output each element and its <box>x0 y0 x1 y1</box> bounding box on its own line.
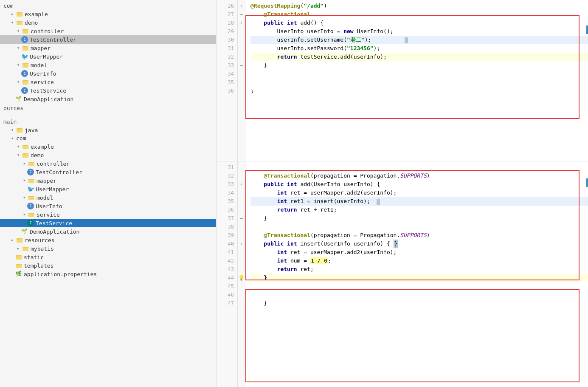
gutter-empty <box>238 197 245 206</box>
code-content-top[interactable]: @RequestMapping("/add") @Transactional p… <box>245 0 588 97</box>
tree-section-top: com ▸ example demo controller C TestCont… <box>0 2 216 103</box>
tree-item-resources[interactable]: ▸ resources <box>0 236 216 244</box>
spring-icon: 🌱 <box>21 228 28 235</box>
tree-label: UserInfo <box>36 203 62 209</box>
tree-item-com2[interactable]: com <box>0 134 216 142</box>
tree-label: DemoApplication <box>24 96 73 102</box>
svg-rect-11 <box>23 46 25 48</box>
tree-label: DemoApplication <box>30 229 79 235</box>
tree-item-demo-app2[interactable]: 🌱 DemoApplication <box>0 227 216 236</box>
code-line-31: userInfo.setPassword("123456"); <box>250 44 588 53</box>
svg-rect-32 <box>28 179 31 180</box>
chevron-icon <box>21 178 27 184</box>
tree-item-com[interactable]: com <box>0 2 216 10</box>
code-line-37b: } <box>250 214 588 223</box>
code-line-31b <box>250 163 588 172</box>
code-panel: 26 27 28 29 30 31 32 33 34 35 36 ▾ − ▾ − <box>217 0 588 387</box>
line-num: 33 <box>217 180 234 189</box>
tree-item-static[interactable]: static <box>0 253 216 261</box>
line-num: 26 <box>217 2 234 10</box>
tree-item-user-mapper[interactable]: 🐦 UserMapper <box>0 52 216 61</box>
code-line-36b: return ret + ret1; <box>250 206 588 214</box>
folder-icon <box>22 79 29 85</box>
folder-icon <box>22 245 29 252</box>
code-line-45b <box>250 282 588 291</box>
tree-item-test-service[interactable]: C TestService <box>0 219 216 227</box>
tree-item-test-service-top[interactable]: C TestService <box>0 86 216 95</box>
class-icon: C <box>21 70 28 77</box>
svg-rect-26 <box>23 153 25 155</box>
line-num: 32 <box>217 53 234 61</box>
tree-item-service[interactable]: service <box>0 78 216 86</box>
tree-item-demo[interactable]: demo <box>0 18 216 27</box>
code-line-32: return testService.add(userInfo); <box>250 53 588 61</box>
tree-item-model[interactable]: model <box>0 61 216 69</box>
tree-item-test-controller[interactable]: C TestController <box>0 35 216 44</box>
svg-rect-40 <box>17 239 23 243</box>
gutter-empty <box>238 248 245 257</box>
tree-item-example[interactable]: ▸ example <box>0 10 216 18</box>
code-line-39b: @Transactional(propagation = Propagation… <box>250 231 588 240</box>
class-icon: C <box>27 220 34 226</box>
line-num: 32 <box>217 172 234 180</box>
tree-item-controller[interactable]: controller <box>0 27 216 35</box>
line-num: 31 <box>217 44 234 53</box>
tree-item-app-props[interactable]: 🌿 application.properties <box>0 270 216 278</box>
folder-icon <box>22 28 29 34</box>
line-num: 43 <box>217 265 234 274</box>
tree-label: mapper <box>37 178 56 184</box>
line-num: 47 <box>217 299 234 308</box>
gutter-empty <box>238 78 245 87</box>
code-line-40b: public int insert(UserInfo userInfo) { } <box>250 240 588 248</box>
tree-item-mybatis[interactable]: mybatis <box>0 244 216 253</box>
tree-label: example <box>31 144 54 150</box>
tree-item-example2[interactable]: example <box>0 142 216 151</box>
gutter-empty <box>238 27 245 36</box>
file-tree[interactable]: com ▸ example demo controller C TestCont… <box>0 0 217 387</box>
folder-icon <box>16 237 23 243</box>
tree-item-demo2[interactable]: demo <box>0 151 216 159</box>
code-line-43b: return ret; <box>250 265 588 274</box>
tree-item-demo-app[interactable]: 🌱 DemoApplication <box>0 95 216 103</box>
mapper-icon: 🐦 <box>21 53 28 60</box>
svg-rect-43 <box>23 248 28 251</box>
tree-item-service2[interactable]: service <box>0 210 216 219</box>
svg-rect-5 <box>17 21 19 22</box>
class-icon: C <box>27 169 34 175</box>
gutter-arrow: ▾ <box>238 19 245 27</box>
tree-item-user-mapper2[interactable]: 🐦 UserMapper <box>0 185 216 193</box>
line-num: 34 <box>217 189 234 197</box>
gutter-empty <box>238 291 245 299</box>
gutter-empty <box>238 206 245 214</box>
tree-label: mapper <box>31 45 51 51</box>
tree-label: templates <box>24 263 53 269</box>
folder-icon <box>22 143 29 150</box>
scroll-indicator-bottom <box>586 178 588 187</box>
chevron-icon <box>21 212 27 218</box>
svg-rect-17 <box>23 80 25 82</box>
line-num: 28 <box>217 19 234 27</box>
tree-label: UserMapper <box>30 54 63 60</box>
tree-item-test-controller2[interactable]: C TestController <box>0 168 216 176</box>
line-num: 29 <box>217 27 234 36</box>
folder-icon <box>16 11 23 17</box>
divider <box>0 115 216 115</box>
tree-item-user-info[interactable]: C UserInfo <box>0 69 216 78</box>
tree-item-mapper[interactable]: mapper <box>0 44 216 52</box>
line-num: 45 <box>217 282 234 291</box>
tree-label: resources <box>25 237 54 243</box>
tree-item-model2[interactable]: model <box>0 193 216 202</box>
tree-item-user-info2[interactable]: C UserInfo <box>0 202 216 210</box>
tree-item-controller2[interactable]: controller <box>0 159 216 168</box>
tree-item-templates[interactable]: templates <box>0 261 216 270</box>
svg-rect-47 <box>16 255 18 257</box>
tree-label: model <box>31 62 47 68</box>
tree-item-java[interactable]: java <box>0 126 216 134</box>
line-num: 42 <box>217 257 234 265</box>
code-content-bottom[interactable]: @Transactional(propagation = Propagation… <box>245 161 588 309</box>
tree-section-bottom: main java com example demo <box>0 117 216 278</box>
gutter-empty <box>238 223 245 231</box>
line-num: 30 <box>217 36 234 44</box>
tree-item-mapper2[interactable]: mapper <box>0 176 216 185</box>
svg-rect-10 <box>23 47 28 51</box>
